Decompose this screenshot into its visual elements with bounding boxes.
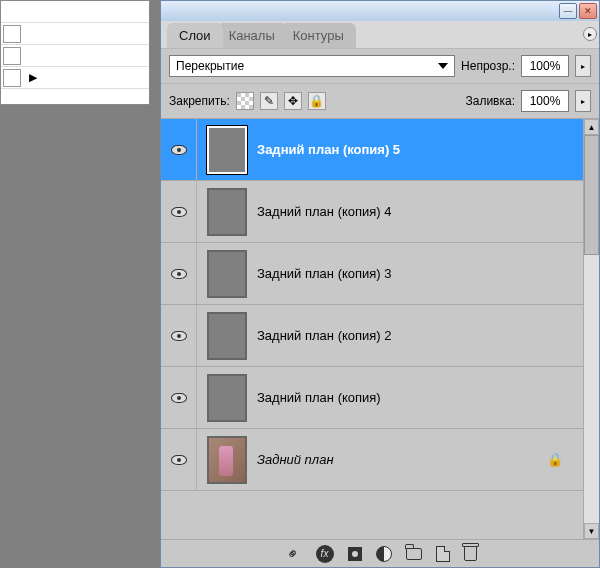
lock-label: Закрепить: (169, 94, 230, 108)
layer-style-button[interactable]: fx (316, 545, 334, 563)
layer-name[interactable]: Задний план (копия) 4 (257, 204, 583, 219)
eye-icon[interactable] (171, 269, 187, 279)
blend-mode-value: Перекрытие (176, 59, 244, 73)
tab-paths[interactable]: Контуры (281, 23, 356, 48)
layers-area: Задний план (копия) 5Задний план (копия)… (161, 119, 599, 539)
new-group-button[interactable] (406, 548, 422, 560)
layer-thumbnail[interactable] (207, 188, 247, 236)
visibility-cell (161, 305, 197, 366)
layer-row[interactable]: Задний план (копия) 5 (161, 119, 583, 181)
layer-thumbnail[interactable] (207, 436, 247, 484)
add-mask-button[interactable] (348, 547, 362, 561)
lock-fill-row: Закрепить: ✎ ✥ 🔒 Заливка: 100% ▸ (161, 83, 599, 119)
visibility-cell (161, 243, 197, 304)
new-layer-button[interactable] (436, 546, 450, 562)
lock-icon: 🔒 (547, 452, 563, 467)
background-panel-fragment: ▶ (0, 0, 150, 105)
layer-row[interactable]: Задний план (копия) 3 (161, 243, 583, 305)
layers-panel: Слои Каналы Контуры ▸ Перекрытие Непрозр… (160, 0, 600, 568)
scroll-up-button[interactable]: ▲ (584, 119, 599, 135)
layer-name[interactable]: Задний план (копия) (257, 390, 583, 405)
close-button[interactable] (579, 3, 597, 19)
layer-thumbnail[interactable] (207, 374, 247, 422)
opacity-flyout-button[interactable]: ▸ (575, 55, 591, 77)
panel-tabs: Слои Каналы Контуры ▸ (161, 21, 599, 48)
layer-name[interactable]: Задний план (257, 452, 547, 467)
delete-layer-button[interactable] (464, 546, 477, 561)
scroll-thumb[interactable] (584, 135, 599, 255)
layer-name[interactable]: Задний план (копия) 2 (257, 328, 583, 343)
tab-layers[interactable]: Слои (167, 23, 223, 48)
eye-icon[interactable] (171, 331, 187, 341)
lock-transparency-button[interactable] (236, 92, 254, 110)
visibility-cell (161, 119, 197, 180)
visibility-cell (161, 367, 197, 428)
panel-footer: ⚭ fx (161, 539, 599, 567)
dropdown-arrow-icon (438, 63, 448, 69)
layer-row[interactable]: Задний план (копия) 2 (161, 305, 583, 367)
opacity-value[interactable]: 100% (521, 55, 569, 77)
scroll-down-button[interactable]: ▼ (584, 523, 599, 539)
layer-row[interactable]: Задний план🔒 (161, 429, 583, 491)
layer-row[interactable]: Задний план (копия) (161, 367, 583, 429)
eye-icon[interactable] (171, 207, 187, 217)
layer-thumbnail[interactable] (207, 312, 247, 360)
layers-list: Задний план (копия) 5Задний план (копия)… (161, 119, 583, 539)
visibility-cell (161, 429, 197, 490)
eye-icon[interactable] (171, 145, 187, 155)
fill-value[interactable]: 100% (521, 90, 569, 112)
adjustment-layer-button[interactable] (376, 546, 392, 562)
visibility-cell (161, 181, 197, 242)
layer-thumbnail[interactable] (207, 126, 247, 174)
tab-channels[interactable]: Каналы (217, 23, 287, 48)
layer-thumbnail[interactable] (207, 250, 247, 298)
eye-icon[interactable] (171, 393, 187, 403)
lock-image-button[interactable]: ✎ (260, 92, 278, 110)
blend-mode-dropdown[interactable]: Перекрытие (169, 55, 455, 77)
layer-name[interactable]: Задний план (копия) 3 (257, 266, 583, 281)
scrollbar[interactable]: ▲ ▼ (583, 119, 599, 539)
lock-all-button[interactable]: 🔒 (308, 92, 326, 110)
fill-flyout-button[interactable]: ▸ (575, 90, 591, 112)
lock-position-button[interactable]: ✥ (284, 92, 302, 110)
panel-titlebar (161, 1, 599, 21)
minimize-button[interactable] (559, 3, 577, 19)
link-layers-button[interactable]: ⚭ (280, 541, 305, 566)
layer-name[interactable]: Задний план (копия) 5 (257, 142, 583, 157)
panel-menu-button[interactable]: ▸ (583, 27, 597, 41)
layer-row[interactable]: Задний план (копия) 4 (161, 181, 583, 243)
eye-icon[interactable] (171, 455, 187, 465)
opacity-label: Непрозр.: (461, 59, 515, 73)
fill-label: Заливка: (465, 94, 515, 108)
blend-opacity-row: Перекрытие Непрозр.: 100% ▸ (161, 48, 599, 83)
